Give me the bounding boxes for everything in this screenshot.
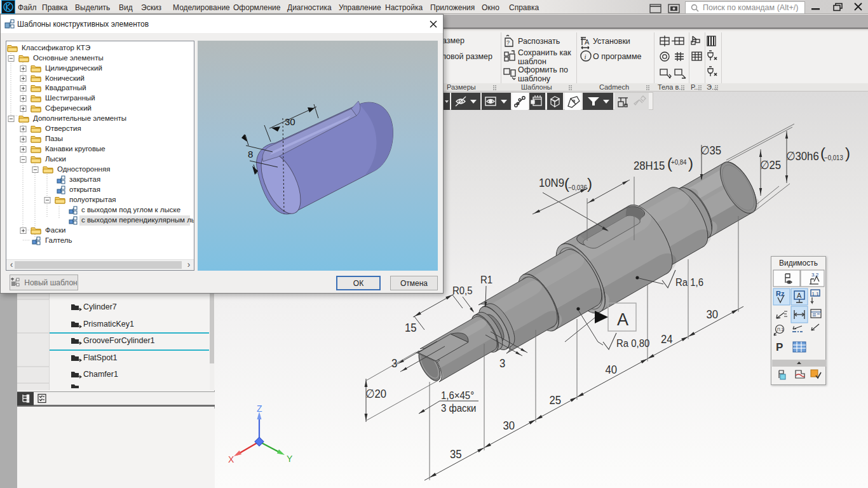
svg-text:3.2: 3.2 [811, 272, 819, 278]
svg-text:8: 8 [248, 149, 253, 159]
svg-text:∅20: ∅20 [365, 387, 386, 400]
svg-text:?: ? [506, 39, 510, 46]
svg-text:3: 3 [499, 356, 505, 370]
svg-text:P: P [776, 341, 783, 353]
svg-text:40: 40 [606, 363, 618, 376]
svg-text:): ) [845, 144, 850, 161]
svg-text:∅30h6: ∅30h6 [786, 149, 819, 163]
svg-text:R1: R1 [480, 274, 492, 285]
svg-text:П.1: П.1 [777, 327, 783, 332]
svg-text:Ra 1,6: Ra 1,6 [675, 276, 703, 288]
svg-text:30: 30 [503, 419, 515, 432]
svg-text:): ) [587, 175, 592, 192]
svg-text:+0,84: +0,84 [671, 158, 687, 166]
svg-text:15: 15 [405, 321, 417, 334]
svg-text:Ra 0,80: Ra 0,80 [616, 337, 649, 349]
svg-text:A: A [585, 38, 590, 46]
svg-text:A: A [797, 292, 802, 299]
svg-text:): ) [688, 154, 693, 172]
svg-text:X: X [228, 454, 234, 464]
svg-text:1.1: 1.1 [812, 291, 820, 297]
svg-text:3 фаски: 3 фаски [441, 402, 476, 414]
svg-text:∅25: ∅25 [760, 158, 781, 172]
svg-text:28H15: 28H15 [634, 159, 665, 172]
svg-text:−0,013: −0,013 [824, 154, 843, 161]
svg-text:10N9: 10N9 [539, 176, 564, 189]
svg-text:30: 30 [285, 116, 295, 127]
svg-text:1,6×45°: 1,6×45° [441, 390, 474, 401]
svg-text:25: 25 [550, 393, 562, 407]
svg-text:A: A [617, 310, 628, 329]
svg-text:R0,5: R0,5 [452, 285, 473, 296]
svg-text:i: i [585, 53, 587, 60]
svg-text:30: 30 [707, 308, 719, 321]
svg-text:∅35: ∅35 [700, 144, 721, 157]
svg-text:35: 35 [450, 447, 462, 461]
svg-text:24: 24 [661, 332, 673, 346]
svg-text:3: 3 [391, 356, 397, 370]
svg-text:Y: Y [287, 454, 293, 464]
svg-text:Z: Z [257, 403, 262, 414]
